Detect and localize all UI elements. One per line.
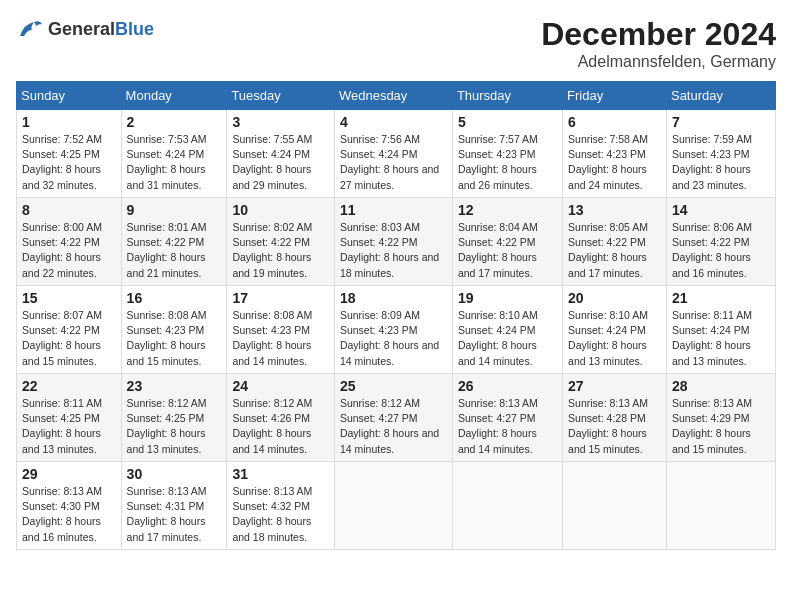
day-info: Sunrise: 8:03 AM Sunset: 4:22 PM Dayligh… — [340, 220, 447, 281]
day-number: 14 — [672, 202, 770, 218]
sunset-label: Sunset: 4:27 PM — [458, 412, 536, 424]
sunset-label: Sunset: 4:23 PM — [458, 148, 536, 160]
sunset-label: Sunset: 4:22 PM — [22, 236, 100, 248]
col-saturday: Saturday — [666, 82, 775, 110]
day-number: 26 — [458, 378, 557, 394]
sunrise-label: Sunrise: 7:53 AM — [127, 133, 207, 145]
table-row: 20 Sunrise: 8:10 AM Sunset: 4:24 PM Dayl… — [563, 286, 667, 374]
sunset-label: Sunset: 4:25 PM — [127, 412, 205, 424]
day-info: Sunrise: 8:13 AM Sunset: 4:28 PM Dayligh… — [568, 396, 661, 457]
location-title: Adelmannsfelden, Germany — [541, 53, 776, 71]
day-info: Sunrise: 8:13 AM Sunset: 4:32 PM Dayligh… — [232, 484, 329, 545]
day-info: Sunrise: 8:13 AM Sunset: 4:27 PM Dayligh… — [458, 396, 557, 457]
day-number: 7 — [672, 114, 770, 130]
sunrise-label: Sunrise: 8:10 AM — [568, 309, 648, 321]
day-number: 29 — [22, 466, 116, 482]
table-row: 14 Sunrise: 8:06 AM Sunset: 4:22 PM Dayl… — [666, 198, 775, 286]
day-number: 11 — [340, 202, 447, 218]
sunset-label: Sunset: 4:22 PM — [672, 236, 750, 248]
sunset-label: Sunset: 4:25 PM — [22, 412, 100, 424]
daylight-label: Daylight: 8 hours and 13 minutes. — [568, 339, 647, 366]
table-row: 28 Sunrise: 8:13 AM Sunset: 4:29 PM Dayl… — [666, 374, 775, 462]
day-number: 17 — [232, 290, 329, 306]
table-row: 15 Sunrise: 8:07 AM Sunset: 4:22 PM Dayl… — [17, 286, 122, 374]
sunrise-label: Sunrise: 8:03 AM — [340, 221, 420, 233]
sunrise-label: Sunrise: 8:13 AM — [127, 485, 207, 497]
daylight-label: Daylight: 8 hours and 32 minutes. — [22, 163, 101, 190]
day-info: Sunrise: 8:00 AM Sunset: 4:22 PM Dayligh… — [22, 220, 116, 281]
sunset-label: Sunset: 4:23 PM — [568, 148, 646, 160]
day-number: 10 — [232, 202, 329, 218]
table-row: 1 Sunrise: 7:52 AM Sunset: 4:25 PM Dayli… — [17, 110, 122, 198]
day-info: Sunrise: 8:05 AM Sunset: 4:22 PM Dayligh… — [568, 220, 661, 281]
sunset-label: Sunset: 4:31 PM — [127, 500, 205, 512]
day-number: 1 — [22, 114, 116, 130]
col-tuesday: Tuesday — [227, 82, 335, 110]
daylight-label: Daylight: 8 hours and 16 minutes. — [22, 515, 101, 542]
daylight-label: Daylight: 8 hours and 15 minutes. — [127, 339, 206, 366]
day-info: Sunrise: 8:06 AM Sunset: 4:22 PM Dayligh… — [672, 220, 770, 281]
month-title: December 2024 — [541, 16, 776, 53]
day-number: 18 — [340, 290, 447, 306]
table-row: 11 Sunrise: 8:03 AM Sunset: 4:22 PM Dayl… — [334, 198, 452, 286]
table-row — [666, 462, 775, 550]
page-header: GeneralBlue December 2024 Adelmannsfelde… — [16, 16, 776, 71]
sunset-label: Sunset: 4:28 PM — [568, 412, 646, 424]
sunset-label: Sunset: 4:24 PM — [458, 324, 536, 336]
sunset-label: Sunset: 4:23 PM — [340, 324, 418, 336]
sunrise-label: Sunrise: 8:11 AM — [22, 397, 102, 409]
day-info: Sunrise: 8:01 AM Sunset: 4:22 PM Dayligh… — [127, 220, 222, 281]
sunrise-label: Sunrise: 8:07 AM — [22, 309, 102, 321]
sunset-label: Sunset: 4:24 PM — [568, 324, 646, 336]
sunrise-label: Sunrise: 7:56 AM — [340, 133, 420, 145]
sunset-label: Sunset: 4:22 PM — [458, 236, 536, 248]
sunrise-label: Sunrise: 8:04 AM — [458, 221, 538, 233]
day-info: Sunrise: 8:12 AM Sunset: 4:25 PM Dayligh… — [127, 396, 222, 457]
day-number: 31 — [232, 466, 329, 482]
table-row: 9 Sunrise: 8:01 AM Sunset: 4:22 PM Dayli… — [121, 198, 227, 286]
day-info: Sunrise: 8:08 AM Sunset: 4:23 PM Dayligh… — [127, 308, 222, 369]
sunset-label: Sunset: 4:23 PM — [232, 324, 310, 336]
table-row: 26 Sunrise: 8:13 AM Sunset: 4:27 PM Dayl… — [452, 374, 562, 462]
day-info: Sunrise: 8:13 AM Sunset: 4:29 PM Dayligh… — [672, 396, 770, 457]
sunrise-label: Sunrise: 8:02 AM — [232, 221, 312, 233]
logo-text: GeneralBlue — [48, 19, 154, 41]
title-block: December 2024 Adelmannsfelden, Germany — [541, 16, 776, 71]
sunset-label: Sunset: 4:24 PM — [340, 148, 418, 160]
day-number: 24 — [232, 378, 329, 394]
table-row — [334, 462, 452, 550]
daylight-label: Daylight: 8 hours and 18 minutes. — [340, 251, 439, 278]
sunset-label: Sunset: 4:22 PM — [127, 236, 205, 248]
daylight-label: Daylight: 8 hours and 15 minutes. — [568, 427, 647, 454]
daylight-label: Daylight: 8 hours and 27 minutes. — [340, 163, 439, 190]
table-row — [563, 462, 667, 550]
daylight-label: Daylight: 8 hours and 17 minutes. — [127, 515, 206, 542]
day-number: 20 — [568, 290, 661, 306]
day-info: Sunrise: 7:55 AM Sunset: 4:24 PM Dayligh… — [232, 132, 329, 193]
daylight-label: Daylight: 8 hours and 16 minutes. — [672, 251, 751, 278]
day-number: 15 — [22, 290, 116, 306]
day-info: Sunrise: 8:11 AM Sunset: 4:24 PM Dayligh… — [672, 308, 770, 369]
daylight-label: Daylight: 8 hours and 23 minutes. — [672, 163, 751, 190]
day-info: Sunrise: 8:12 AM Sunset: 4:26 PM Dayligh… — [232, 396, 329, 457]
sunrise-label: Sunrise: 8:08 AM — [127, 309, 207, 321]
daylight-label: Daylight: 8 hours and 19 minutes. — [232, 251, 311, 278]
sunset-label: Sunset: 4:25 PM — [22, 148, 100, 160]
sunrise-label: Sunrise: 7:55 AM — [232, 133, 312, 145]
sunrise-label: Sunrise: 8:13 AM — [232, 485, 312, 497]
sunrise-label: Sunrise: 8:11 AM — [672, 309, 752, 321]
day-info: Sunrise: 8:13 AM Sunset: 4:30 PM Dayligh… — [22, 484, 116, 545]
day-number: 5 — [458, 114, 557, 130]
sunset-label: Sunset: 4:27 PM — [340, 412, 418, 424]
calendar-week-row: 22 Sunrise: 8:11 AM Sunset: 4:25 PM Dayl… — [17, 374, 776, 462]
sunrise-label: Sunrise: 8:10 AM — [458, 309, 538, 321]
daylight-label: Daylight: 8 hours and 22 minutes. — [22, 251, 101, 278]
daylight-label: Daylight: 8 hours and 14 minutes. — [458, 427, 537, 454]
day-info: Sunrise: 8:07 AM Sunset: 4:22 PM Dayligh… — [22, 308, 116, 369]
daylight-label: Daylight: 8 hours and 21 minutes. — [127, 251, 206, 278]
sunrise-label: Sunrise: 8:08 AM — [232, 309, 312, 321]
table-row: 24 Sunrise: 8:12 AM Sunset: 4:26 PM Dayl… — [227, 374, 335, 462]
sunrise-label: Sunrise: 8:12 AM — [340, 397, 420, 409]
sunset-label: Sunset: 4:29 PM — [672, 412, 750, 424]
day-info: Sunrise: 8:11 AM Sunset: 4:25 PM Dayligh… — [22, 396, 116, 457]
